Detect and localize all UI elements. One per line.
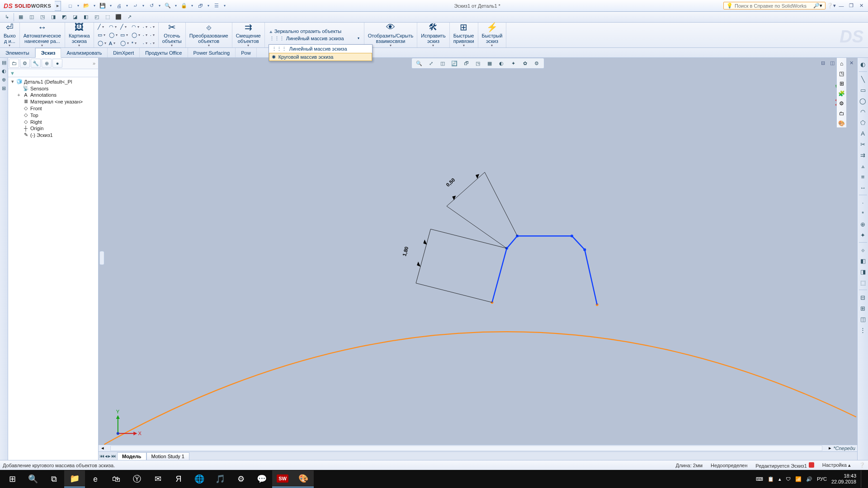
view-tool[interactable]: ✦ [509, 59, 518, 67]
taskpane-tab[interactable]: ◳ [838, 70, 846, 78]
qat-drop-icon[interactable]: ▾ [158, 1, 161, 10]
model-tab[interactable]: Motion Study 1 [146, 452, 189, 460]
qat-button[interactable]: 📂 [82, 1, 91, 10]
ribbon-tab[interactable]: Элементы [0, 48, 35, 57]
sketch-tool[interactable]: ·▾ [143, 23, 147, 31]
taskbar-app[interactable]: 📁 [64, 470, 85, 488]
qat-button[interactable]: ☰ [212, 1, 221, 10]
dimension-2[interactable]: 0,50 [445, 177, 456, 188]
view-tool[interactable]: ◐ [497, 59, 506, 67]
pattern-command[interactable]: ⋮⋮⋮Линейный массив эскиза▾⋮⋮⋮Линейный ма… [269, 35, 360, 42]
sketch-tool[interactable]: ·▾ [150, 32, 155, 39]
doc-window-button[interactable]: ⊟ [819, 59, 827, 66]
qat-drop-icon[interactable]: ▾ [76, 1, 80, 10]
tray-icon[interactable]: ▴ [778, 476, 781, 482]
qat-drop-icon[interactable]: ▾ [174, 1, 178, 10]
view-tool[interactable]: ◳ [473, 59, 482, 67]
sketch-toolbar-button[interactable]: ✂ [859, 140, 868, 149]
sketch-tool[interactable]: ·▾ [150, 40, 155, 47]
status-options[interactable]: Настройка ▴ [822, 462, 851, 468]
sketch-toolbar-button[interactable]: ◯ [859, 96, 868, 105]
select-filter-button[interactable]: ◪ [70, 13, 80, 22]
fm-filter-bar[interactable]: ▼ [8, 69, 98, 77]
sketch-toolbar-button[interactable]: ⟐ [859, 245, 868, 254]
tree-item[interactable]: ≣Материал <не указан> [10, 98, 97, 105]
tree-item[interactable]: +AAnnotations [10, 92, 97, 98]
select-filter-button[interactable]: ◨ [48, 13, 58, 22]
sketch-tool[interactable]: ╱▾ [120, 23, 129, 31]
help-search[interactable]: 💡 🔎▾ [723, 2, 826, 9]
horizontal-scroll[interactable]: ◂▸ *Спереди [99, 445, 857, 451]
sketch-tool[interactable]: ·▾ [143, 40, 147, 47]
sketch-toolbar-button[interactable]: ⊕ [859, 220, 868, 229]
ribbon-tab[interactable]: DimXpert [108, 48, 140, 57]
tree-item[interactable]: ◇Right [10, 118, 97, 125]
view-tool[interactable]: 🔍 [415, 59, 424, 67]
select-filter-button[interactable]: ⬛ [113, 13, 123, 22]
tree-item[interactable]: 📡Sensors [10, 85, 97, 92]
view-tool[interactable]: ▦ [485, 59, 494, 67]
ribbon-command[interactable]: ⇉Смещение объектов▾ [232, 23, 265, 47]
sketch-tool[interactable]: ·▾ [150, 23, 155, 31]
splitter-handle[interactable] [99, 251, 104, 265]
doc-window-button[interactable]: ✕ [847, 59, 855, 66]
ribbon-tab[interactable]: Pow [236, 48, 256, 57]
taskbar-app[interactable]: ⧉ [43, 470, 64, 488]
arc-curve[interactable] [104, 332, 856, 445]
select-filter-button[interactable]: ⬚ [103, 13, 113, 22]
taskbar-app[interactable]: 🔍 [23, 470, 43, 488]
qat-drop-icon[interactable]: ▾ [207, 1, 210, 10]
sketch-toolbar-button[interactable]: ⟁ [859, 161, 868, 170]
tree-item[interactable]: ┼Origin [10, 125, 97, 131]
sketch-tool[interactable]: A▾ [109, 40, 118, 47]
sketch-tool[interactable]: ▭▾ [98, 32, 106, 39]
taskbar-clock[interactable]: 18:43 22.09.2018 [831, 473, 856, 484]
view-tool[interactable]: ⤢ [426, 59, 435, 67]
show-desktop[interactable] [861, 470, 863, 488]
sketch-toolbar-button[interactable]: ◫ [859, 314, 868, 324]
tree-root[interactable]: ▾🧊Деталь1 (Default<_Pl [10, 78, 97, 85]
ribbon-command[interactable]: ⟐Преобразование объектов▾ [186, 23, 232, 47]
sketch-toolbar-button[interactable]: ⇉ [859, 150, 868, 160]
sketch-toolbar-button[interactable]: ◠ [859, 107, 868, 116]
select-filter-button[interactable]: ◫ [27, 13, 37, 22]
sketch-toolbar-button[interactable]: ↔ [859, 183, 868, 192]
sketch-tool[interactable]: ◯▾ [109, 32, 118, 39]
qat-drop-icon[interactable]: ▾ [223, 1, 226, 10]
taskbar-app[interactable]: 🎨 [293, 470, 314, 488]
tray-icon[interactable]: 📋 [768, 476, 774, 482]
qat-button[interactable]: 🖨 [114, 1, 123, 10]
qat-button[interactable]: 🔍 [163, 1, 172, 10]
select-filter-button[interactable]: ◧ [81, 13, 91, 22]
search-icon[interactable]: 🔎▾ [813, 3, 822, 9]
qat-drop-icon[interactable]: ▾ [190, 1, 194, 10]
qat-button[interactable]: 🔒 [179, 1, 189, 10]
sketch-toolbar-button[interactable]: ✦ [859, 230, 868, 239]
taskbar-app[interactable]: 🛍 [106, 470, 127, 488]
taskpane-tab[interactable]: ⊞ [838, 80, 846, 88]
tray-icon[interactable]: РУС [817, 476, 827, 482]
help-icon[interactable]: ❔▾ [827, 2, 835, 10]
select-filter-button[interactable]: ▦ [16, 13, 26, 22]
qat-button[interactable]: □ [66, 1, 75, 10]
taskbar-app[interactable]: 💬 [251, 470, 272, 488]
logo-dropdown[interactable]: ▸ [55, 1, 61, 11]
status-help-icon[interactable]: ❔ [859, 462, 865, 468]
ribbon-tab[interactable]: Эскиз [35, 48, 61, 58]
fm-tab[interactable]: ● [52, 59, 62, 68]
tray-icon[interactable]: 🛡 [786, 476, 791, 482]
sketch-tool[interactable]: ·▾ [143, 32, 147, 39]
pattern-command[interactable]: ⟁Зеркально отразить объекты [269, 28, 360, 35]
sketch-toolbar-button[interactable]: * [859, 209, 868, 218]
fm-tab[interactable]: 🗀 [9, 59, 19, 68]
qat-button[interactable]: 💾 [98, 1, 107, 10]
ribbon-tab[interactable]: Продукты Office [140, 48, 188, 57]
sketch-toolbar-button[interactable]: ▭ [859, 85, 868, 94]
strip-icon[interactable]: ⊞ [2, 85, 6, 91]
strip-icon[interactable]: ◐ [2, 68, 6, 74]
view-tool[interactable]: 🗗 [462, 59, 471, 67]
sketch-toolbar-button[interactable]: ⬚ [859, 278, 868, 287]
dimension-1[interactable]: 1,80 [401, 246, 409, 257]
dropdown-item[interactable]: ✺Круговой массив эскиза [269, 53, 372, 61]
taskbar-app[interactable]: 🎵 [210, 470, 231, 488]
